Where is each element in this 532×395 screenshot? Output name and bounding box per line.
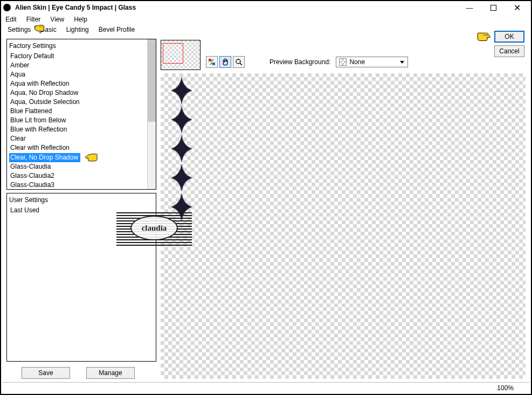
list-item[interactable]: Aqua, No Drop Shadow: [9, 88, 154, 98]
left-panel: Factory Settings Factory Default Amber A…: [6, 39, 156, 379]
svg-rect-0: [209, 59, 211, 61]
list-item[interactable]: Blue Lit from Below: [9, 116, 154, 125]
preview-shape: [171, 106, 192, 134]
manage-button[interactable]: Manage: [86, 367, 135, 379]
preview-shape: [171, 135, 192, 163]
preview-bg-value: None: [349, 58, 365, 66]
pointer-hand-icon: [33, 24, 47, 33]
menu-bar: Edit Filter View Help: [1, 14, 531, 25]
preview-shape: [171, 77, 192, 105]
navigator-viewport[interactable]: [163, 43, 183, 64]
svg-line-3: [240, 63, 242, 65]
navigator-thumbnail[interactable]: [161, 40, 201, 70]
list-item-selected[interactable]: Clear, No Drop Shadow: [9, 153, 80, 162]
window-controls: — ✕: [458, 2, 529, 13]
factory-settings-list[interactable]: Factory Settings Factory Default Amber A…: [6, 39, 156, 190]
list-item[interactable]: Glass-Claudia2: [9, 171, 154, 181]
preview-shape: [171, 164, 192, 192]
preview-bg-select[interactable]: None: [336, 57, 408, 67]
zoom-level: 100%: [497, 384, 514, 392]
list-item[interactable]: Aqua with Reflection: [9, 79, 154, 88]
watermark: claudia: [116, 212, 192, 246]
list-item[interactable]: Glass-Claudia: [9, 162, 154, 171]
preview-bg-label: Preview Background:: [270, 58, 330, 66]
maximize-button[interactable]: [481, 2, 505, 13]
list-item[interactable]: Glass-Claudia3: [9, 181, 154, 190]
scrollbar[interactable]: [147, 39, 156, 189]
list-item[interactable]: Factory Default: [9, 52, 154, 61]
preview-controls: Preview Background: None: [161, 39, 526, 71]
pointer-hand-icon: [476, 31, 492, 42]
list-item[interactable]: Clear: [9, 134, 154, 143]
tab-strip: Settings Basic Lighting Bevel Profile: [1, 25, 531, 36]
watermark-text: claudia: [130, 216, 178, 240]
toggle-preview-button[interactable]: [206, 56, 218, 68]
list-item[interactable]: Blue with Reflection: [9, 125, 154, 134]
menu-view[interactable]: View: [50, 16, 64, 23]
save-button[interactable]: Save: [22, 367, 70, 379]
menu-help[interactable]: Help: [74, 16, 87, 23]
list-item[interactable]: Aqua: [9, 70, 154, 79]
tab-bevel-profile[interactable]: Bevel Profile: [98, 25, 136, 35]
tab-lighting[interactable]: Lighting: [65, 25, 90, 35]
settings-buttons: Save Manage: [6, 365, 156, 379]
scroll-thumb[interactable]: [148, 39, 156, 122]
close-button[interactable]: ✕: [505, 2, 529, 13]
list-item[interactable]: Clear with Reflection: [9, 143, 154, 153]
tab-settings[interactable]: Settings: [6, 25, 32, 35]
svg-point-2: [236, 59, 240, 64]
app-icon: [3, 4, 11, 11]
main-content: Factory Settings Factory Default Amber A…: [1, 36, 531, 382]
pointer-hand-icon: [84, 153, 99, 162]
transparency-swatch-icon: [339, 58, 347, 66]
factory-heading: Factory Settings: [9, 41, 154, 51]
preview-canvas[interactable]: [161, 73, 526, 379]
list-item[interactable]: Blue Flattened: [9, 107, 154, 116]
right-panel: Preview Background: None: [161, 39, 526, 379]
menu-edit[interactable]: Edit: [5, 16, 17, 23]
zoom-tool-button[interactable]: [233, 56, 245, 68]
title-bar: Alien Skin | Eye Candy 5 Impact | Glass …: [1, 1, 531, 14]
list-item[interactable]: Aqua, Outside Selection: [9, 98, 154, 107]
user-heading: User Settings: [9, 196, 154, 205]
minimize-button[interactable]: —: [458, 2, 481, 13]
hand-tool-button[interactable]: [219, 56, 231, 68]
status-bar: 100%: [2, 382, 530, 393]
menu-filter[interactable]: Filter: [26, 16, 41, 23]
preview-tools: [206, 56, 245, 68]
list-item[interactable]: Amber: [9, 61, 154, 70]
window-title: Alien Skin | Eye Candy 5 Impact | Glass: [15, 4, 458, 11]
svg-rect-1: [212, 63, 215, 65]
